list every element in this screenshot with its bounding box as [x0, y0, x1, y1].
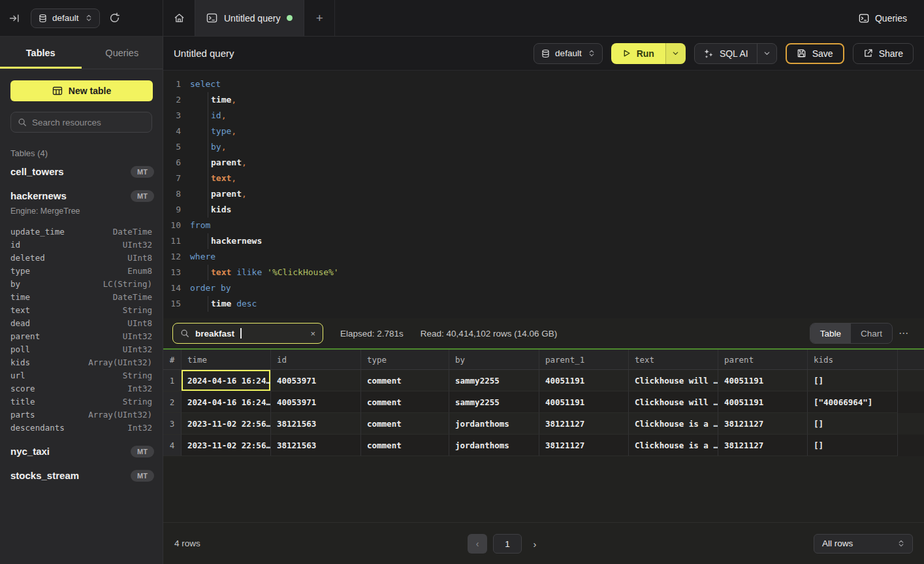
selected-cell[interactable]: 2024-04-16 16:24…: [182, 370, 271, 391]
current-page-button[interactable]: 1: [493, 534, 522, 554]
toggle-chart[interactable]: Chart: [851, 323, 892, 343]
cell[interactable]: 38121563: [271, 413, 361, 435]
sql-editor[interactable]: 1select2time,3id,4type,5by,6parent,7text…: [163, 71, 924, 318]
token: from: [190, 218, 210, 233]
column-header-parent[interactable]: parent: [718, 350, 808, 369]
line-number: 7: [163, 171, 181, 186]
run-label: Run: [637, 48, 654, 59]
tab-queries[interactable]: Queries: [82, 37, 163, 69]
save-icon: [797, 48, 806, 58]
cell[interactable]: 40053971: [271, 391, 361, 413]
cell[interactable]: 40051191: [718, 391, 808, 413]
cell[interactable]: 2024-04-16 16:24…: [182, 391, 271, 413]
result-table-body: 12024-04-16 16:24…40053971commentsammy22…: [163, 370, 924, 456]
tab-tables[interactable]: Tables: [0, 37, 82, 69]
run-options-button[interactable]: [665, 43, 686, 64]
sidebar-item-hackernews[interactable]: hackernews MT: [0, 185, 163, 207]
row-number[interactable]: 2: [163, 391, 182, 413]
database-selector-topbar[interactable]: default: [31, 8, 100, 28]
new-table-button[interactable]: New table: [10, 80, 153, 101]
column-header-by[interactable]: by: [449, 350, 539, 369]
sidebar-collapse-button[interactable]: [9, 13, 20, 24]
clear-search-button[interactable]: ×: [310, 329, 315, 339]
cell[interactable]: 38121127: [539, 435, 629, 456]
column-name: parts: [10, 410, 35, 420]
sql-ai-options-button[interactable]: [757, 44, 776, 63]
result-search-input[interactable]: breakfast ×: [172, 323, 323, 344]
column-header-id[interactable]: id: [271, 350, 361, 369]
share-label: Share: [879, 48, 903, 59]
cell[interactable]: comment: [361, 435, 449, 456]
row-number[interactable]: 3: [163, 413, 182, 435]
cell[interactable]: comment: [361, 391, 449, 413]
column-header-text[interactable]: text: [629, 350, 718, 369]
line-number: 4: [163, 124, 181, 139]
cell[interactable]: Clickhouse will …: [629, 391, 718, 413]
cell[interactable]: 40053971: [271, 370, 361, 391]
next-page-button[interactable]: ›: [528, 539, 542, 550]
home-button[interactable]: [163, 0, 195, 36]
cell[interactable]: []: [808, 435, 898, 456]
sidebar-item-cell-towers[interactable]: cell_towers MT: [0, 161, 163, 182]
column-header-parent_1[interactable]: parent_1: [539, 350, 629, 369]
cell[interactable]: 38121127: [718, 413, 808, 435]
cell[interactable]: jordanthoms: [449, 435, 539, 456]
column-header-time[interactable]: time: [182, 350, 271, 369]
cell[interactable]: ["40066964"]: [808, 391, 898, 413]
token: ,: [221, 139, 227, 155]
cell[interactable]: 40051191: [539, 370, 629, 391]
cell[interactable]: 2023-11-02 22:56…: [182, 435, 271, 456]
column-name: dead: [10, 318, 30, 328]
toggle-table[interactable]: Table: [810, 323, 851, 343]
cell[interactable]: 38121127: [718, 435, 808, 456]
cell[interactable]: Clickhouse is a …: [629, 435, 718, 456]
line-number: 12: [163, 249, 181, 265]
database-selector-toolbar[interactable]: default: [534, 43, 603, 64]
page-size-select[interactable]: All rows: [814, 534, 913, 554]
cell[interactable]: sammy2255: [449, 370, 539, 391]
column-type: UInt32: [123, 331, 152, 341]
run-button[interactable]: Run: [611, 43, 665, 64]
sql-ai-button[interactable]: SQL AI: [695, 44, 757, 63]
new-tab-button[interactable]: +: [304, 0, 334, 36]
cell[interactable]: 38121127: [539, 413, 629, 435]
column-header-kids[interactable]: kids: [808, 350, 898, 369]
column-header-num[interactable]: #: [163, 350, 182, 369]
cell[interactable]: Clickhouse is a …: [629, 413, 718, 435]
cell[interactable]: comment: [361, 370, 449, 391]
row-number[interactable]: 4: [163, 435, 182, 456]
share-button[interactable]: Share: [853, 43, 914, 64]
prev-page-button[interactable]: ‹: [468, 534, 487, 554]
sidebar-item-stocks-stream[interactable]: stocks_stream MT: [0, 465, 163, 486]
cell[interactable]: 38121563: [271, 435, 361, 456]
queries-button[interactable]: Queries: [859, 0, 907, 36]
token: text: [211, 171, 231, 186]
cell[interactable]: 40051191: [539, 391, 629, 413]
more-options-button[interactable]: ⋯: [893, 327, 915, 339]
column-type: Array(UInt32): [88, 410, 152, 420]
database-icon: [39, 14, 47, 23]
cell[interactable]: 2023-11-02 22:56…: [182, 413, 271, 435]
cell[interactable]: []: [808, 370, 898, 391]
cell[interactable]: comment: [361, 413, 449, 435]
sidebar-search[interactable]: [10, 112, 152, 133]
column-header-type[interactable]: type: [361, 350, 449, 369]
code-line: 14order by: [163, 280, 924, 296]
tab-untitled-query[interactable]: Untitled query: [195, 0, 304, 36]
cell[interactable]: 40051191: [718, 370, 808, 391]
view-toggle: Table Chart: [810, 323, 893, 344]
code-text: by,: [190, 139, 226, 155]
row-number[interactable]: 1: [163, 370, 182, 391]
indent-guide: [190, 92, 208, 108]
refresh-button[interactable]: [109, 12, 120, 24]
token: ,: [231, 92, 236, 108]
sidebar-search-input[interactable]: [32, 118, 148, 127]
cell[interactable]: []: [808, 413, 898, 435]
cell[interactable]: jordanthoms: [449, 413, 539, 435]
cell[interactable]: sammy2255: [449, 391, 539, 413]
sidebar-item-nyc-taxi[interactable]: nyc_taxi MT: [0, 440, 163, 462]
share-icon: [863, 48, 873, 58]
save-button[interactable]: Save: [786, 43, 844, 64]
schema-column-row: byLC(String): [10, 277, 152, 290]
cell[interactable]: Clickhouse will …: [629, 370, 718, 391]
